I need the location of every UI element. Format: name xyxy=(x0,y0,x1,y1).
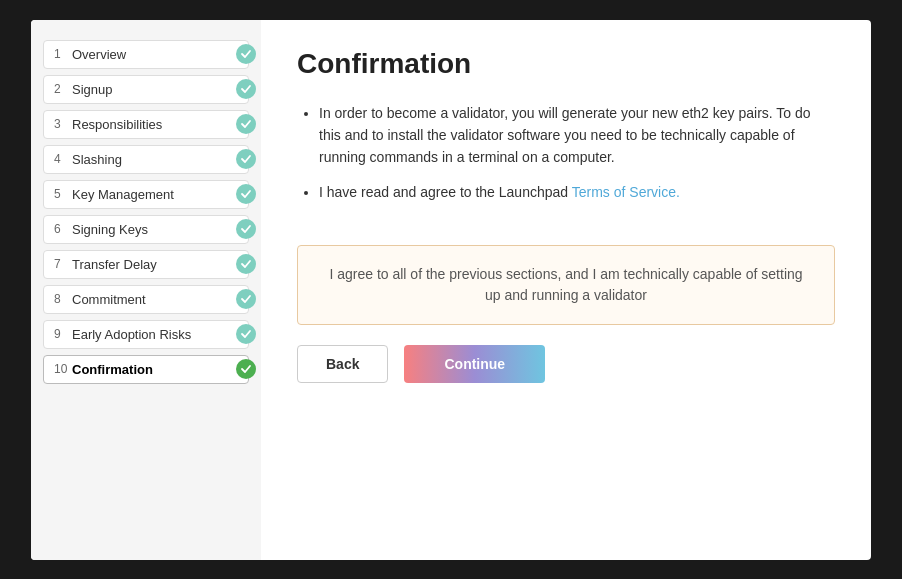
sidebar-item-number: 8 xyxy=(54,292,72,306)
sidebar-item-label: Overview xyxy=(72,47,238,62)
sidebar-item-signing-keys[interactable]: 6Signing Keys xyxy=(43,215,249,244)
check-badge-icon xyxy=(236,359,256,379)
page-title: Confirmation xyxy=(297,48,835,80)
sidebar-item-label: Transfer Delay xyxy=(72,257,238,272)
sidebar-item-confirmation[interactable]: 10Confirmation xyxy=(43,355,249,384)
sidebar-item-number: 6 xyxy=(54,222,72,236)
terms-link[interactable]: Terms of Service. xyxy=(572,184,680,200)
sidebar-item-label: Signup xyxy=(72,82,238,97)
agreement-box: I agree to all of the previous sections,… xyxy=(297,245,835,325)
sidebar-item-label: Responsibilities xyxy=(72,117,238,132)
check-badge-icon xyxy=(236,219,256,239)
sidebar-item-number: 7 xyxy=(54,257,72,271)
button-row: Back Continue xyxy=(297,345,835,383)
sidebar-item-slashing[interactable]: 4Slashing xyxy=(43,145,249,174)
sidebar-item-number: 2 xyxy=(54,82,72,96)
sidebar-item-number: 3 xyxy=(54,117,72,131)
sidebar-item-responsibilities[interactable]: 3Responsibilities xyxy=(43,110,249,139)
check-badge-icon xyxy=(236,324,256,344)
sidebar-item-commitment[interactable]: 8Commitment xyxy=(43,285,249,314)
agreement-text: I agree to all of the previous sections,… xyxy=(329,266,802,303)
sidebar-item-label: Early Adoption Risks xyxy=(72,327,238,342)
sidebar-item-label: Confirmation xyxy=(72,362,238,377)
sidebar-item-label: Slashing xyxy=(72,152,238,167)
sidebar-item-number: 1 xyxy=(54,47,72,61)
check-badge-icon xyxy=(236,114,256,134)
bullet-item-2: I have read and agree to the Launchpad T… xyxy=(319,181,835,203)
check-badge-icon xyxy=(236,254,256,274)
check-badge-icon xyxy=(236,79,256,99)
sidebar-item-signup[interactable]: 2Signup xyxy=(43,75,249,104)
continue-button[interactable]: Continue xyxy=(404,345,545,383)
sidebar-item-label: Key Management xyxy=(72,187,238,202)
sidebar-item-label: Commitment xyxy=(72,292,238,307)
back-button[interactable]: Back xyxy=(297,345,388,383)
sidebar-item-number: 5 xyxy=(54,187,72,201)
sidebar-item-number: 10 xyxy=(54,362,72,376)
check-badge-icon xyxy=(236,184,256,204)
sidebar-item-overview[interactable]: 1Overview xyxy=(43,40,249,69)
bullet-item-1: In order to become a validator, you will… xyxy=(319,102,835,169)
check-badge-icon xyxy=(236,149,256,169)
sidebar-item-label: Signing Keys xyxy=(72,222,238,237)
sidebar: 1Overview 2Signup 3Responsibilities 4Sla… xyxy=(31,20,261,560)
sidebar-item-number: 9 xyxy=(54,327,72,341)
sidebar-item-transfer-delay[interactable]: 7Transfer Delay xyxy=(43,250,249,279)
sidebar-item-key-management[interactable]: 5Key Management xyxy=(43,180,249,209)
sidebar-item-early-adoption-risks[interactable]: 9Early Adoption Risks xyxy=(43,320,249,349)
bullet-text-2: I have read and agree to the Launchpad xyxy=(319,184,572,200)
sidebar-item-number: 4 xyxy=(54,152,72,166)
bullet-list: In order to become a validator, you will… xyxy=(297,102,835,216)
main-content: Confirmation In order to become a valida… xyxy=(261,20,871,560)
check-badge-icon xyxy=(236,289,256,309)
check-badge-icon xyxy=(236,44,256,64)
